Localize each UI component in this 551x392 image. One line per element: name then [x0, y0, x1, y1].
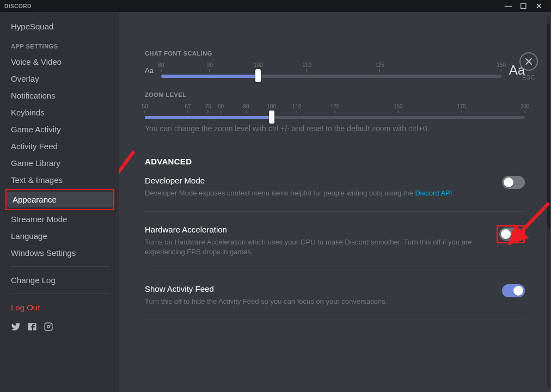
chat-font-scaling-heading: CHAT FONT SCALING [145, 50, 525, 57]
advanced-heading: ADVANCED [145, 157, 525, 166]
slider-tick: 90 [243, 103, 249, 113]
close-settings-label: ESC [519, 74, 538, 81]
close-icon [524, 57, 533, 66]
close-settings: ESC [519, 52, 538, 81]
hardware-acceleration-title: Hardware Acceleration [145, 225, 483, 234]
window-maximize-icon[interactable]: ☐ [516, 2, 531, 10]
slider-tick: 175 [457, 103, 466, 113]
annotation-arrow-appearance [119, 148, 140, 210]
divider [145, 211, 525, 212]
sidebar-item-game-library[interactable]: Game Library [5, 155, 114, 171]
zoom-level-heading: ZOOM LEVEL [145, 91, 525, 98]
sidebar-separator [10, 293, 110, 294]
sidebar-separator [10, 266, 110, 267]
scrollbar-thumb[interactable] [547, 24, 550, 228]
title-bar: DISCORD — ☐ ✕ [0, 0, 551, 12]
slider-tick: 110 [302, 62, 311, 72]
sidebar-item-activity-feed[interactable]: Activity Feed [5, 138, 114, 154]
sidebar-item-change-log[interactable]: Change Log [5, 272, 114, 288]
sidebar-item-game-activity[interactable]: Game Activity [5, 121, 114, 137]
sidebar-item-appearance[interactable]: Appearance [7, 192, 113, 207]
zoom-level-slider[interactable] [145, 114, 525, 120]
close-settings-button[interactable] [519, 52, 538, 71]
zoom-helper-text: You can change the zoom level with ctrl … [145, 124, 525, 133]
divider [145, 320, 525, 320]
show-activity-feed-toggle[interactable] [502, 284, 525, 297]
sidebar-item-language[interactable]: Language [5, 228, 114, 244]
app-name: DISCORD [4, 3, 32, 9]
slider-thumb[interactable] [269, 111, 274, 124]
sidebar-item-notifications[interactable]: Notifications [5, 88, 114, 103]
sidebar-item-windows-settings[interactable]: Windows Settings [5, 245, 114, 261]
show-activity-feed-desc: Turn this off to hide the Activity Feed … [145, 297, 489, 307]
slider-tick: 67 [185, 103, 191, 113]
slider-tick: 125 [375, 62, 384, 72]
sidebar-item-hypesquad[interactable]: HypeSquad [5, 19, 114, 34]
sidebar-item-streamer-mode[interactable]: Streamer Mode [5, 211, 114, 227]
slider-tick: 200 [521, 103, 530, 113]
settings-sidebar: HypeSquad APP SETTINGS Voice & Video Ove… [0, 12, 119, 392]
window-minimize-icon[interactable]: — [501, 2, 516, 10]
settings-content: ESC CHAT FONT SCALING Aa 809010011012515… [119, 12, 551, 392]
window-close-icon[interactable]: ✕ [531, 2, 547, 10]
discord-api-link[interactable]: Discord API [415, 189, 452, 197]
developer-mode-title: Developer Mode [145, 176, 489, 185]
slider-tick: 90 [207, 62, 213, 72]
slider-tick: 50 [142, 103, 148, 113]
svg-line-1 [119, 151, 134, 201]
slider-tick: 150 [394, 103, 403, 113]
sidebar-item-text-images[interactable]: Text & Images [5, 172, 114, 188]
slider-tick: 80 [218, 103, 224, 113]
sidebar-heading-app-settings: APP SETTINGS [5, 35, 114, 53]
hardware-acceleration-desc: Turns on Hardware Acceleration which use… [145, 237, 483, 257]
divider [145, 271, 525, 271]
scrollbar[interactable] [547, 16, 550, 388]
slider-tick: 75 [205, 103, 211, 113]
sidebar-item-keybinds[interactable]: Keybinds [5, 105, 114, 120]
hardware-acceleration-toggle[interactable] [499, 228, 522, 241]
slider-thumb[interactable] [255, 69, 261, 82]
developer-mode-toggle[interactable] [502, 176, 525, 189]
chat-font-scaling-slider[interactable] [161, 73, 501, 78]
sidebar-item-log-out[interactable]: Log Out [5, 299, 114, 315]
slider-tick: 80 [158, 62, 164, 72]
sidebar-item-overlay[interactable]: Overlay [5, 71, 114, 87]
twitter-icon[interactable] [11, 322, 21, 334]
facebook-icon[interactable] [27, 322, 37, 334]
slider-tick: 125 [330, 103, 340, 113]
developer-mode-desc: Developer Mode exposes context menu item… [145, 188, 489, 198]
slider-tick: 150 [497, 62, 506, 72]
show-activity-feed-title: Show Activity Feed [145, 284, 489, 293]
instagram-icon[interactable] [44, 322, 53, 334]
social-icons [5, 316, 114, 334]
sidebar-item-voice-video[interactable]: Voice & Video [5, 54, 114, 70]
font-preview-small: Aa [145, 66, 154, 75]
annotation-box-appearance: Appearance [5, 189, 114, 210]
annotation-box-hw-toggle [497, 225, 525, 243]
slider-tick: 110 [292, 103, 302, 113]
